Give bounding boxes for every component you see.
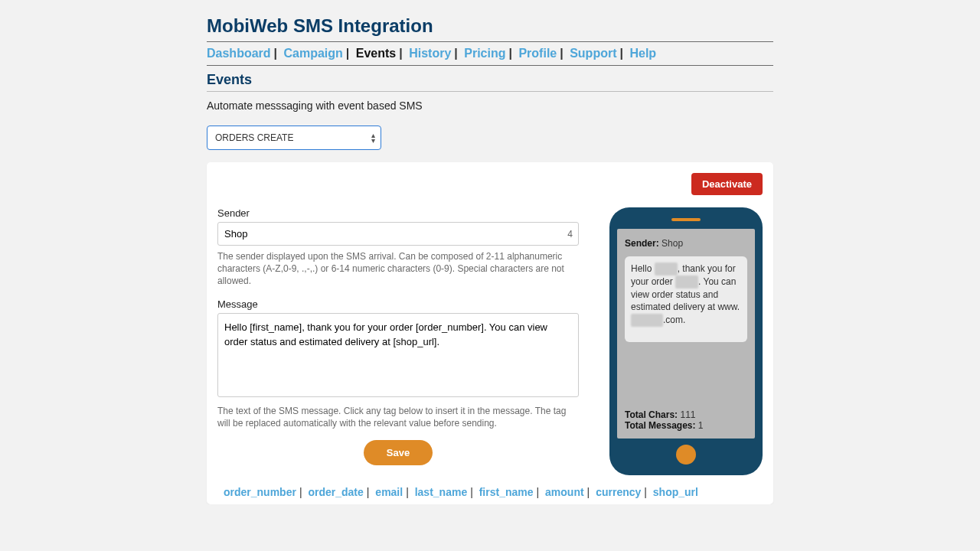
nav-help[interactable]: Help	[629, 47, 656, 60]
divider	[207, 65, 773, 66]
tag-currency[interactable]: currency	[596, 486, 641, 498]
tag-list: order_number| order_date| email| last_na…	[217, 486, 763, 498]
preview-message-bubble: Hello xxxxx, thank you for your order xx…	[625, 256, 747, 342]
total-chars-value: 111	[680, 409, 695, 420]
nav-events[interactable]: Events	[356, 47, 396, 60]
tag-amount[interactable]: amount	[545, 486, 584, 498]
event-type-select[interactable]	[207, 126, 381, 150]
nav-profile[interactable]: Profile	[518, 47, 557, 60]
save-button[interactable]: Save	[364, 440, 433, 465]
message-help: The text of the SMS message. Click any t…	[217, 405, 579, 429]
sender-help: The sender displayed upon the SMS arriva…	[217, 250, 579, 288]
phone-screen: Sender: Shop Hello xxxxx, thank you for …	[617, 229, 755, 439]
tag-last-name[interactable]: last_name	[415, 486, 467, 498]
message-textarea[interactable]	[217, 313, 579, 397]
total-msgs-value: 1	[698, 420, 704, 431]
preview-sender-value: Shop	[662, 238, 683, 249]
sender-label: Sender	[217, 207, 579, 219]
preview-sender-label: Sender:	[625, 238, 659, 249]
nav-pricing[interactable]: Pricing	[464, 47, 505, 60]
sender-char-count: 4	[567, 229, 573, 240]
tag-email[interactable]: email	[375, 486, 403, 498]
tag-order-number[interactable]: order_number	[224, 486, 296, 498]
section-title: Events	[207, 72, 773, 88]
divider	[207, 41, 773, 42]
phone-speaker-icon	[671, 218, 701, 221]
event-card: Deactivate Sender 4 The sender displayed…	[207, 162, 773, 504]
nav-support[interactable]: Support	[570, 47, 616, 60]
tag-first-name[interactable]: first_name	[479, 486, 534, 498]
page-title: MobiWeb SMS Integration	[207, 15, 773, 37]
total-chars-label: Total Chars:	[625, 409, 678, 420]
section-subtitle: Automate messsaging with event based SMS	[207, 99, 773, 112]
phone-preview: Sender: Shop Hello xxxxx, thank you for …	[609, 207, 763, 475]
message-label: Message	[217, 298, 579, 310]
phone-home-icon	[676, 445, 696, 465]
tag-shop-url[interactable]: shop_url	[653, 486, 698, 498]
deactivate-button[interactable]: Deactivate	[691, 173, 763, 195]
sender-input[interactable]	[217, 222, 579, 246]
nav-campaign[interactable]: Campaign	[284, 47, 343, 60]
total-msgs-label: Total Messages:	[625, 420, 695, 431]
nav-dashboard[interactable]: Dashboard	[207, 47, 271, 60]
tag-order-date[interactable]: order_date	[308, 486, 363, 498]
nav-history[interactable]: History	[409, 47, 451, 60]
main-nav: Dashboard| Campaign| Events| History| Pr…	[207, 47, 773, 60]
divider	[207, 91, 773, 92]
